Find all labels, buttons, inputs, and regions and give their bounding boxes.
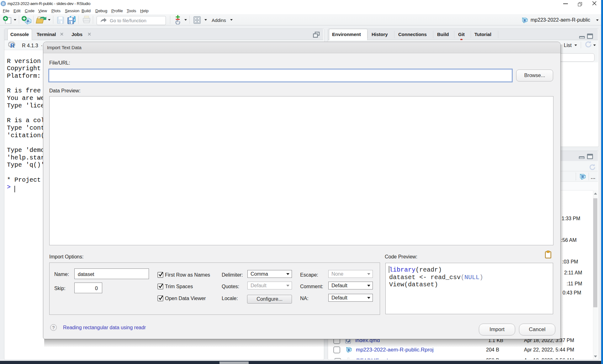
svg-text:R: R — [581, 175, 584, 179]
svg-text:R: R — [27, 19, 29, 23]
svg-text:R: R — [524, 18, 526, 22]
svg-text:R: R — [2, 2, 5, 6]
svg-text:R: R — [348, 348, 351, 352]
svg-text:R: R — [10, 42, 15, 48]
